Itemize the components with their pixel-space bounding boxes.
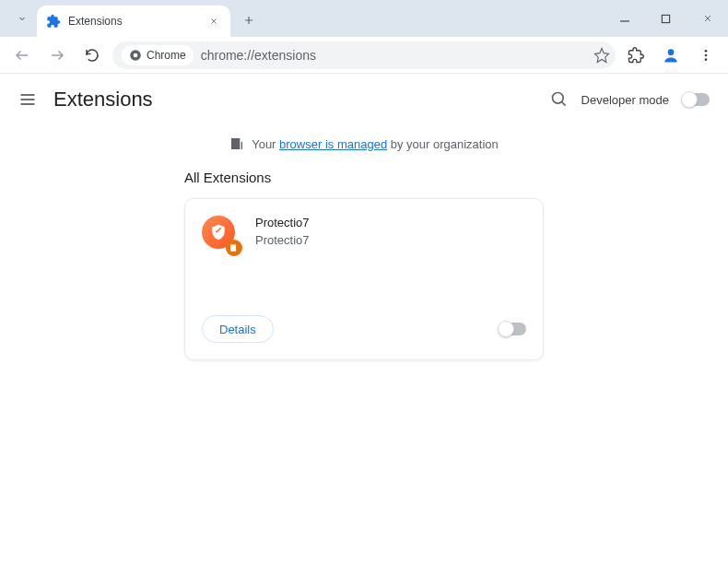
extension-name: Protectio7 bbox=[255, 216, 310, 229]
svg-point-3 bbox=[668, 49, 675, 55]
search-button[interactable] bbox=[550, 90, 569, 109]
extensions-content: All Extensions Protectio7 Protectio7 Det… bbox=[0, 170, 728, 360]
building-icon bbox=[229, 136, 244, 151]
close-icon bbox=[209, 17, 218, 26]
tab-search-dropdown[interactable] bbox=[7, 4, 37, 33]
section-title: All Extensions bbox=[184, 170, 544, 185]
maximize-button[interactable] bbox=[645, 0, 687, 37]
tab-title: Extensions bbox=[68, 15, 123, 28]
forward-button[interactable] bbox=[42, 41, 72, 70]
star-icon bbox=[593, 47, 610, 64]
kebab-icon bbox=[699, 48, 713, 63]
menu-toggle[interactable] bbox=[18, 90, 37, 109]
managed-banner: Your browser is managed by your organiza… bbox=[0, 125, 728, 170]
svg-rect-0 bbox=[662, 15, 669, 22]
browser-toolbar: Chrome chrome://extensions bbox=[0, 37, 728, 74]
extension-icon bbox=[202, 216, 239, 253]
minimize-icon bbox=[619, 13, 630, 24]
close-icon bbox=[702, 13, 713, 24]
page-title: Extensions bbox=[53, 88, 153, 112]
puzzle-icon bbox=[628, 47, 644, 64]
maximize-icon bbox=[661, 14, 671, 24]
svg-point-2 bbox=[134, 53, 138, 57]
menu-button[interactable] bbox=[691, 41, 721, 70]
tab-strip: Extensions bbox=[0, 0, 728, 37]
person-icon bbox=[662, 46, 680, 65]
arrow-left-icon bbox=[14, 47, 30, 64]
puzzle-icon bbox=[46, 14, 61, 29]
managed-prefix: Your bbox=[252, 137, 279, 151]
svg-point-7 bbox=[552, 93, 563, 104]
hamburger-icon bbox=[18, 90, 37, 109]
close-tab-button[interactable] bbox=[206, 14, 221, 29]
browser-tab[interactable]: Extensions bbox=[37, 6, 230, 37]
managed-suffix: by your organization bbox=[387, 137, 499, 151]
chevron-down-icon bbox=[17, 13, 28, 24]
back-button[interactable] bbox=[7, 41, 37, 70]
plus-icon bbox=[242, 14, 255, 27]
address-bar[interactable]: Chrome chrome://extensions bbox=[112, 41, 616, 69]
extension-description: Protectio7 bbox=[255, 233, 310, 247]
reload-button[interactable] bbox=[77, 41, 107, 70]
details-button[interactable]: Details bbox=[202, 315, 274, 343]
reload-icon bbox=[84, 47, 100, 64]
close-window-button[interactable] bbox=[687, 0, 728, 37]
minimize-button[interactable] bbox=[604, 0, 645, 37]
extension-toggle[interactable] bbox=[499, 323, 526, 335]
site-chip[interactable]: Chrome bbox=[122, 45, 194, 65]
profile-button[interactable] bbox=[656, 41, 686, 70]
chrome-icon bbox=[129, 49, 142, 62]
extensions-header: Extensions Developer mode bbox=[0, 74, 728, 125]
svg-point-6 bbox=[705, 58, 708, 61]
managed-badge-icon bbox=[226, 240, 242, 256]
dev-mode-label: Developer mode bbox=[581, 93, 669, 107]
chip-label: Chrome bbox=[147, 49, 186, 62]
svg-point-4 bbox=[705, 50, 708, 53]
extensions-button[interactable] bbox=[621, 41, 651, 70]
arrow-right-icon bbox=[49, 47, 65, 64]
bookmark-button[interactable] bbox=[593, 47, 610, 64]
search-icon bbox=[550, 90, 569, 109]
svg-point-5 bbox=[705, 53, 708, 56]
new-tab-button[interactable] bbox=[236, 7, 262, 33]
managed-link[interactable]: browser is managed bbox=[279, 137, 387, 151]
url-text: chrome://extensions bbox=[201, 48, 316, 63]
window-controls bbox=[604, 0, 728, 37]
dev-mode-toggle[interactable] bbox=[682, 93, 710, 106]
extension-card: Protectio7 Protectio7 Details bbox=[184, 198, 544, 360]
